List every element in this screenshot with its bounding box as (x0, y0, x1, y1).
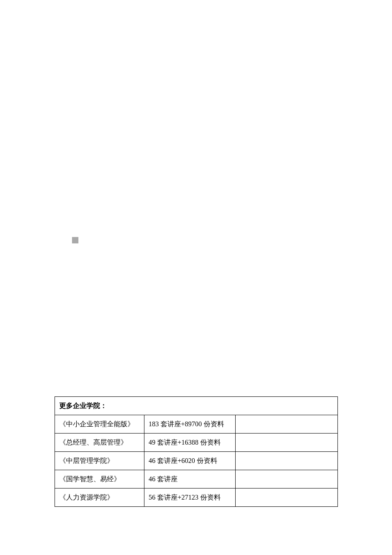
course-content-cell: 46 套讲座+6020 份资料 (144, 452, 236, 470)
course-content-cell: 46 套讲座 (144, 470, 236, 489)
empty-cell (236, 452, 338, 470)
table-row: 《中层管理学院》 46 套讲座+6020 份资料 (55, 452, 338, 470)
table-header-cell: 更多企业学院： (55, 397, 338, 415)
table-row: 《中小企业管理全能版》 183 套讲座+89700 份资料 (55, 415, 338, 434)
table-header-row: 更多企业学院： (55, 397, 338, 415)
course-name-cell: 《中层管理学院》 (55, 452, 144, 470)
empty-cell (236, 415, 338, 434)
course-name-cell: 《人力资源学院》 (55, 489, 144, 507)
course-content-cell: 56 套讲座+27123 份资料 (144, 489, 236, 507)
course-table-container: 更多企业学院： 《中小企业管理全能版》 183 套讲座+89700 份资料 《总… (55, 396, 338, 507)
table-row: 《总经理、高层管理》 49 套讲座+16388 份资料 (55, 434, 338, 452)
course-name-cell: 《总经理、高层管理》 (55, 434, 144, 452)
empty-cell (236, 489, 338, 507)
course-name-cell: 《中小企业管理全能版》 (55, 415, 144, 434)
course-table: 更多企业学院： 《中小企业管理全能版》 183 套讲座+89700 份资料 《总… (55, 396, 338, 507)
course-content-cell: 49 套讲座+16388 份资料 (144, 434, 236, 452)
course-content-cell: 183 套讲座+89700 份资料 (144, 415, 236, 434)
table-row: 《国学智慧、易经》 46 套讲座 (55, 470, 338, 489)
course-name-cell: 《国学智慧、易经》 (55, 470, 144, 489)
empty-cell (236, 470, 338, 489)
empty-cell (236, 434, 338, 452)
table-row: 《人力资源学院》 56 套讲座+27123 份资料 (55, 489, 338, 507)
square-bullet-marker (72, 237, 78, 243)
